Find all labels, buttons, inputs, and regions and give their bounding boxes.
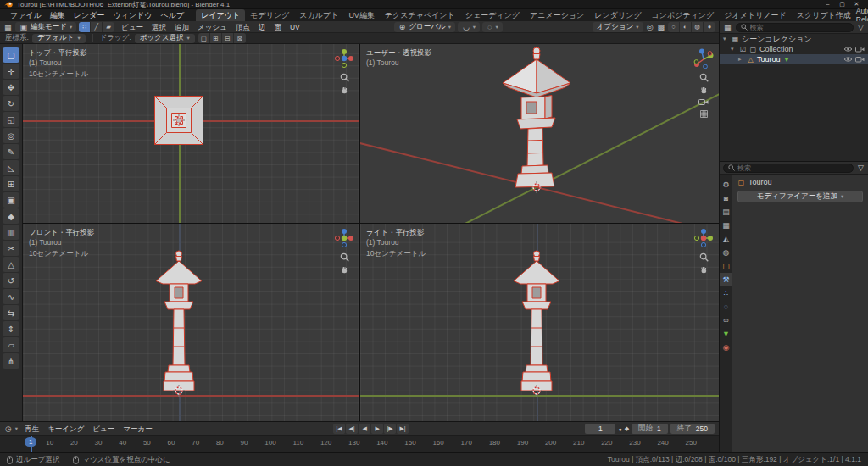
- particles-tab[interactable]: ∴: [720, 286, 732, 300]
- show-overlays-icon[interactable]: ◎: [646, 22, 654, 32]
- extrude-region-tool[interactable]: ⊞: [3, 176, 19, 191]
- shrink-fatten-tool[interactable]: ⇕: [3, 321, 19, 336]
- jump-to-next-keyframe-button[interactable]: |▶: [384, 424, 396, 434]
- viewport-menu-item[interactable]: メッシュ: [193, 22, 231, 32]
- zoom-icon[interactable]: [340, 73, 349, 82]
- navigation-gizmo[interactable]: [693, 227, 715, 249]
- maximize-button[interactable]: ▢: [835, 0, 849, 8]
- rip-region-tool[interactable]: ⋔: [3, 353, 19, 369]
- transform-tool[interactable]: ◎: [3, 128, 19, 143]
- zoom-icon[interactable]: [340, 252, 349, 262]
- timeline-menu-item[interactable]: マーカー: [119, 424, 156, 434]
- shading-mode-button[interactable]: ◍: [692, 22, 704, 32]
- viewport-menu-item[interactable]: 辺: [254, 22, 270, 32]
- expand-icon[interactable]: ▾: [723, 36, 729, 42]
- viewport-top[interactable]: トップ・平行投影 (1) Tourou 10センチメートル: [23, 44, 359, 223]
- play-button[interactable]: ▶: [371, 424, 383, 434]
- playhead-label[interactable]: 1: [25, 437, 36, 447]
- object-tab[interactable]: ▢: [720, 259, 732, 273]
- viewport-menu-item[interactable]: 面: [270, 22, 286, 32]
- expand-icon[interactable]: ▸: [738, 56, 744, 63]
- workspace-tab-modeling[interactable]: モデリング: [245, 9, 294, 21]
- physics-tab[interactable]: ◌: [720, 300, 732, 313]
- smooth-tool[interactable]: ∿: [3, 289, 19, 304]
- menubar-menu-item[interactable]: ヘルプ: [157, 10, 189, 20]
- scale-tool[interactable]: ◱: [3, 112, 19, 127]
- workspace-tab-compositing[interactable]: コンポジティング: [647, 9, 720, 21]
- timeline-menu-item[interactable]: キーイング: [43, 424, 88, 434]
- workspace-tab-animation[interactable]: アニメーション: [525, 9, 589, 21]
- select-op-mode-button[interactable]: ⊠: [234, 33, 246, 43]
- hide-viewport-icon[interactable]: [843, 56, 853, 63]
- data-tab[interactable]: ▼: [720, 327, 732, 341]
- menubar-menu-item[interactable]: 編集: [46, 10, 70, 20]
- workspace-tab-scripting[interactable]: スクリプト作成: [792, 9, 856, 21]
- menubar-menu-item[interactable]: ウィンドウ: [108, 10, 156, 20]
- workspace-tab-layout[interactable]: レイアウト: [196, 9, 245, 21]
- shading-mode-button[interactable]: ○: [668, 22, 680, 32]
- material-tab[interactable]: ◉: [720, 341, 732, 354]
- workspace-tab-geometry-nodes[interactable]: ジオメトリノード: [719, 9, 791, 21]
- select-op-mode-button[interactable]: ⊞: [210, 33, 222, 43]
- jump-to-start-button[interactable]: |◀: [333, 424, 345, 434]
- rotate-tool[interactable]: ↻: [3, 96, 19, 111]
- viewport-right[interactable]: ライト・平行投影 (1) Tourou 10センチメートル: [360, 224, 719, 421]
- zoom-icon[interactable]: [699, 252, 709, 262]
- select-box-tool[interactable]: ▢: [3, 47, 19, 63]
- zoom-icon[interactable]: [699, 73, 709, 82]
- frame-start-field[interactable]: 開始 1: [632, 424, 668, 434]
- editor-type-icon[interactable]: ▦: [3, 22, 13, 32]
- menubar-menu-item[interactable]: レンダー: [70, 10, 109, 20]
- disable-render-icon[interactable]: [855, 56, 865, 63]
- viewport-front[interactable]: フロント・平行投影 (1) Tourou 10センチメートル: [23, 224, 359, 421]
- checkbox-icon[interactable]: ☑: [739, 46, 747, 53]
- outliner-row-tourou[interactable]: ▸ △ Tourou ▼: [720, 54, 868, 64]
- poly-build-tool[interactable]: △: [3, 257, 19, 272]
- output-tab[interactable]: ▤: [720, 205, 732, 219]
- snap-dropdown[interactable]: ◡ ▾: [458, 22, 480, 32]
- face-select-button[interactable]: ▰: [103, 22, 114, 32]
- edge-select-button[interactable]: ╱: [91, 22, 103, 32]
- viewport-menu-item[interactable]: 追加: [170, 22, 193, 32]
- navigation-gizmo[interactable]: [333, 47, 355, 69]
- expand-icon[interactable]: ▾: [731, 46, 737, 53]
- shading-mode-button[interactable]: ◐: [680, 22, 692, 32]
- move-tool[interactable]: ✥: [3, 80, 19, 95]
- shading-mode-button[interactable]: ●: [704, 22, 715, 32]
- workspace-tab-sculpt[interactable]: スカルプト: [294, 9, 343, 21]
- loop-cut-tool[interactable]: ▥: [3, 225, 19, 240]
- lantern-mesh-right[interactable]: [510, 249, 563, 395]
- pan-hand-icon[interactable]: [699, 86, 709, 95]
- outliner-search[interactable]: [736, 23, 854, 32]
- spin-tool[interactable]: ↺: [3, 273, 19, 288]
- minimize-button[interactable]: –: [821, 0, 835, 8]
- xray-toggle-icon[interactable]: ▩: [656, 22, 665, 32]
- outliner-row-scene-collection[interactable]: ▾ ▦ シーンコレクション: [720, 34, 868, 44]
- inset-faces-tool[interactable]: ▣: [3, 192, 19, 208]
- jump-to-prev-keyframe-button[interactable]: ◀|: [346, 424, 358, 434]
- grid-toggle-icon[interactable]: [699, 109, 709, 119]
- viewport-menu-item[interactable]: 選択: [147, 22, 170, 32]
- editor-type-icon[interactable]: ◷: [4, 424, 13, 434]
- current-frame-field[interactable]: 1: [585, 424, 615, 434]
- select-op-mode-button[interactable]: ▢: [198, 33, 210, 43]
- workspace-tab-texture-paint[interactable]: テクスチャペイント: [380, 9, 460, 21]
- keyframe-icon[interactable]: ◆: [625, 425, 629, 432]
- knife-tool[interactable]: ✂: [3, 241, 19, 256]
- disable-render-icon[interactable]: [855, 46, 865, 53]
- scene-tab[interactable]: ◭: [720, 232, 732, 246]
- measure-tool[interactable]: ◺: [3, 160, 19, 175]
- pan-hand-icon[interactable]: [340, 86, 349, 95]
- lantern-mesh-perspective[interactable]: [496, 46, 577, 198]
- viewport-menu-item[interactable]: ビュー: [117, 22, 147, 32]
- timeline-menu-item[interactable]: 再生: [20, 424, 43, 434]
- outliner-search-input[interactable]: [750, 24, 849, 31]
- viewport-user[interactable]: ユーザー・透視投影 (1) Tourou: [360, 44, 719, 223]
- lantern-mesh-front[interactable]: [153, 249, 205, 395]
- properties-search-input[interactable]: [737, 164, 849, 172]
- workspace-tab-rendering[interactable]: レンダリング: [589, 9, 646, 21]
- view-layer-tab[interactable]: ▦: [720, 219, 732, 232]
- navigation-gizmo[interactable]: [333, 227, 355, 249]
- options-dropdown[interactable]: オプション ▾: [593, 22, 643, 32]
- navigation-gizmo[interactable]: [693, 47, 715, 69]
